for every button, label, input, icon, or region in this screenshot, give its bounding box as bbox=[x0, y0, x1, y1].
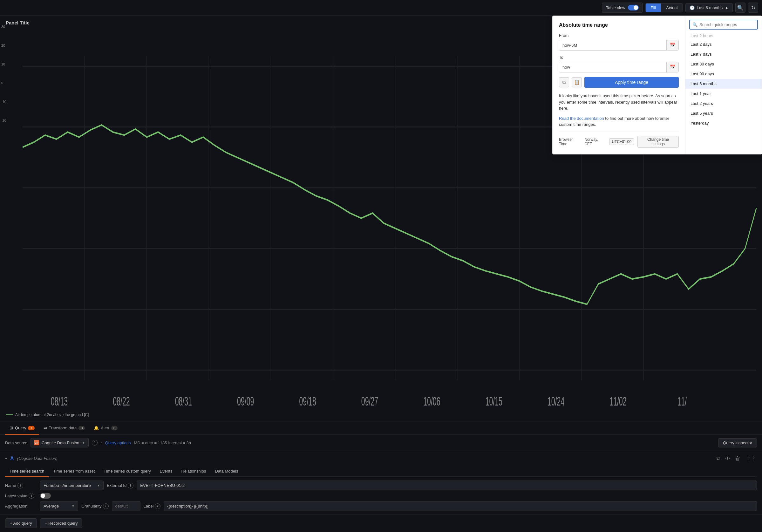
name-select[interactable]: Fornebu - Air temperature ▼ bbox=[40, 481, 104, 491]
ext-id-info-icon[interactable]: ℹ bbox=[128, 483, 133, 489]
latest-value-toggle[interactable] bbox=[40, 493, 51, 498]
datasource-row: Data source CF Cognite Data Fusion ▼ ? ›… bbox=[0, 435, 762, 451]
transform-tab-label: Transform data bbox=[49, 425, 77, 430]
query-fields: Name ℹ Fornebu - Air temperature ▼ Exter… bbox=[5, 481, 757, 511]
from-calendar-button[interactable]: 📅 bbox=[666, 40, 678, 50]
to-label: To bbox=[559, 55, 679, 60]
inner-tab-time-series-search[interactable]: Time series search bbox=[5, 466, 48, 477]
quick-range-yesterday[interactable]: Yesterday bbox=[685, 118, 762, 128]
query-inspector-button[interactable]: Query inspector bbox=[718, 438, 757, 447]
y-label-30: 30 bbox=[1, 25, 6, 29]
search-quick-ranges-input[interactable] bbox=[699, 22, 755, 27]
datasource-chevron-icon: ▼ bbox=[82, 441, 85, 445]
info-text: It looks like you haven't used this time… bbox=[559, 93, 679, 112]
action-row: ⧉ 📋 Apply time range bbox=[559, 77, 679, 88]
name-value: Fornebu - Air temperature bbox=[43, 483, 91, 488]
from-input-group: 📅 bbox=[559, 40, 679, 50]
table-view-switch[interactable] bbox=[628, 5, 639, 11]
quick-range-last30days[interactable]: Last 30 days bbox=[685, 59, 762, 69]
inner-tab-data-models[interactable]: Data Models bbox=[210, 466, 243, 477]
docs-link[interactable]: Read the documentation bbox=[559, 116, 604, 121]
name-info-icon[interactable]: ℹ bbox=[18, 483, 23, 489]
label-info-icon[interactable]: ℹ bbox=[155, 503, 161, 509]
query-inner-tabs: Time series search Time series from asse… bbox=[5, 466, 757, 477]
query-visibility-button[interactable]: 👁 bbox=[724, 454, 731, 463]
transform-tab-badge: 0 bbox=[78, 426, 85, 430]
query-collapse-icon[interactable]: ▾ bbox=[5, 456, 7, 461]
query-a-actions: ⧉ 👁 🗑 ⋮⋮ bbox=[715, 454, 757, 463]
query-a-letter: A bbox=[10, 456, 14, 461]
y-label-neg20: -20 bbox=[1, 119, 6, 122]
granularity-input[interactable] bbox=[112, 501, 140, 511]
svg-text:10/15: 10/15 bbox=[486, 395, 502, 408]
quick-range-last90days[interactable]: Last 90 days bbox=[685, 69, 762, 79]
inner-tab-time-series-asset[interactable]: Time series from asset bbox=[48, 466, 99, 477]
abs-title: Absolute time range bbox=[559, 22, 679, 28]
aggregation-row: Aggregation Average ▼ Granularity ℹ Labe… bbox=[5, 501, 757, 511]
granularity-info-icon[interactable]: ℹ bbox=[103, 503, 109, 509]
add-query-button[interactable]: + Add query bbox=[5, 518, 37, 528]
query-tab-label: Query bbox=[15, 425, 26, 430]
quick-range-last2years[interactable]: Last 2 years bbox=[685, 99, 762, 109]
time-series-search-label: Time series search bbox=[10, 469, 44, 474]
datasource-info-icon[interactable]: ? bbox=[92, 440, 98, 446]
search-quick-ranges-group: 🔍 bbox=[689, 20, 758, 30]
query-a-source: (Cognite Data Fusion) bbox=[17, 456, 57, 461]
from-input[interactable] bbox=[559, 40, 666, 50]
datasource-select[interactable]: CF Cognite Data Fusion ▼ bbox=[31, 438, 88, 447]
query-tab-icon: ⊞ bbox=[10, 425, 13, 430]
to-input-group: 📅 bbox=[559, 62, 679, 72]
external-id-input[interactable] bbox=[137, 481, 757, 491]
actual-button[interactable]: Actual bbox=[661, 4, 683, 12]
inner-tab-relationships[interactable]: Relationships bbox=[177, 466, 210, 477]
legend-line bbox=[6, 415, 13, 415]
aggregation-select[interactable]: Average ▼ bbox=[40, 501, 78, 511]
chevron-up-icon: ▲ bbox=[724, 5, 728, 10]
quick-range-last1year[interactable]: Last 1 year bbox=[685, 89, 762, 99]
zoom-button[interactable]: 🔍 bbox=[735, 3, 745, 13]
query-duplicate-button[interactable]: ⧉ bbox=[715, 454, 721, 463]
change-time-settings-button[interactable]: Change time settings bbox=[638, 136, 679, 148]
time-range-label: Last 6 months bbox=[697, 5, 723, 10]
label-input[interactable] bbox=[164, 501, 757, 511]
svg-text:10/06: 10/06 bbox=[423, 395, 440, 408]
refresh-button[interactable]: ↻ bbox=[748, 3, 758, 13]
time-range-button[interactable]: 🕐 Last 6 months ▲ bbox=[685, 3, 733, 12]
granularity-label-text: Granularity bbox=[81, 504, 102, 508]
svg-text:09/18: 09/18 bbox=[299, 395, 316, 408]
relationships-label: Relationships bbox=[181, 469, 206, 474]
inner-tab-events[interactable]: Events bbox=[155, 466, 177, 477]
copy-button[interactable]: ⧉ bbox=[559, 77, 569, 87]
table-view-toggle[interactable]: Table view bbox=[602, 3, 643, 13]
quick-range-last6months[interactable]: Last 6 months bbox=[685, 79, 762, 89]
query-delete-button[interactable]: 🗑 bbox=[734, 454, 742, 463]
y-label-neg10: -10 bbox=[1, 100, 6, 104]
refresh-icon: ↻ bbox=[751, 5, 755, 11]
aggregation-value: Average bbox=[43, 504, 59, 508]
latest-value-info-icon[interactable]: ℹ bbox=[29, 493, 34, 498]
quick-range-last7days[interactable]: Last 7 days bbox=[685, 49, 762, 59]
latest-value-row: Latest value ℹ bbox=[5, 493, 757, 498]
transform-icon: ⇄ bbox=[43, 425, 47, 430]
y-label-0: 0 bbox=[1, 81, 6, 85]
tab-alert[interactable]: 🔔 Alert 0 bbox=[89, 422, 122, 435]
query-options-link[interactable]: Query options bbox=[105, 440, 131, 445]
apply-time-range-button[interactable]: Apply time range bbox=[584, 77, 679, 88]
agg-chevron-icon: ▼ bbox=[71, 504, 75, 508]
paste-button[interactable]: 📋 bbox=[572, 77, 582, 87]
quick-range-last2hours[interactable]: Last 2 hours bbox=[685, 32, 762, 39]
to-calendar-button[interactable]: 📅 bbox=[666, 62, 678, 72]
zoom-icon: 🔍 bbox=[737, 5, 743, 11]
svg-text:09/27: 09/27 bbox=[361, 395, 378, 408]
recorded-query-button[interactable]: + Recorded query bbox=[40, 518, 83, 528]
tab-query[interactable]: ⊞ Query 1 bbox=[5, 422, 39, 435]
custom-query-label: Time series custom query bbox=[104, 469, 151, 474]
inner-tab-custom-query[interactable]: Time series custom query bbox=[99, 466, 155, 477]
svg-text:08/13: 08/13 bbox=[51, 395, 68, 408]
quick-range-last2days[interactable]: Last 2 days bbox=[685, 39, 762, 49]
quick-range-last5years[interactable]: Last 5 years bbox=[685, 109, 762, 118]
to-input[interactable] bbox=[559, 62, 666, 72]
tab-transform[interactable]: ⇄ Transform data 0 bbox=[39, 422, 90, 435]
query-drag-handle[interactable]: ⋮⋮ bbox=[744, 454, 757, 463]
fill-button[interactable]: Fill bbox=[646, 4, 661, 12]
